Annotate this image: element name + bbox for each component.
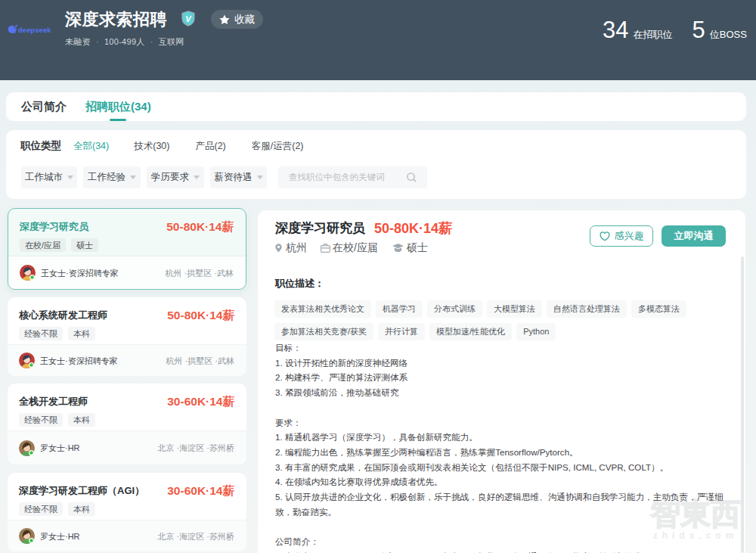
- svg-text:deepseek: deepseek: [18, 25, 51, 33]
